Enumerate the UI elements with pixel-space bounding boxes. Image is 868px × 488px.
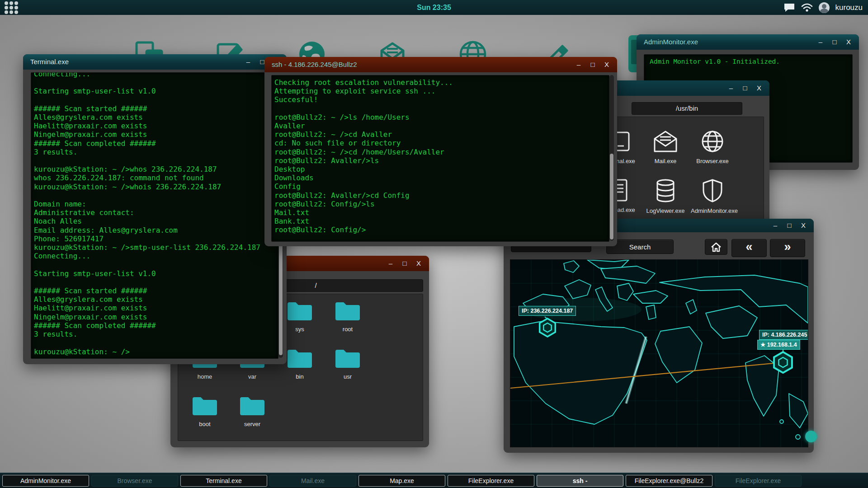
folder-label: bin — [278, 373, 321, 380]
window-title: Terminal.exe — [30, 58, 69, 66]
terminal-text: Connecting... Starting smtp-user-list v1… — [33, 72, 276, 359]
close-button[interactable]: X — [800, 221, 807, 230]
minimize-button[interactable]: – — [245, 58, 251, 66]
folder-usr[interactable]: usr — [326, 348, 369, 380]
star-icon: ★ — [760, 342, 765, 348]
avatar[interactable] — [819, 2, 830, 13]
map-back-button[interactable]: « — [731, 239, 767, 257]
world-map[interactable]: IP: 236.226.224.187 IP: 4.186.226.245 ★ … — [510, 259, 808, 447]
admin-monitor-titlebar[interactable]: AdminMonitor.exe – □ X — [637, 34, 859, 50]
folder-label: usr — [326, 373, 369, 380]
ssh-text: Checking root escalation vulnerability..… — [274, 78, 604, 239]
folder-root[interactable]: root — [326, 300, 369, 333]
maximize-button[interactable]: □ — [590, 61, 596, 69]
folder-label: var — [231, 373, 274, 380]
desktop: AdminMonitor.exe – □ X Admin Monitor v1.… — [0, 0, 868, 488]
file-label: Browser.exe — [691, 158, 734, 164]
wifi-icon[interactable] — [801, 3, 813, 12]
lan-ip-text: 192.168.1.4 — [767, 342, 797, 348]
minimize-button[interactable]: – — [772, 221, 778, 230]
maximize-button[interactable]: □ — [401, 259, 408, 267]
top-menu-bar: Sun 23:35 kurouzu — [0, 0, 868, 15]
task-fileexplorer-2[interactable]: FileExplorer.exe — [715, 475, 802, 487]
maximize-button[interactable]: □ — [742, 84, 748, 92]
file-icon-browser[interactable]: Browser.exe — [691, 130, 734, 164]
minimize-button[interactable]: – — [728, 84, 734, 92]
file-label: AdminMonitor.exe — [691, 207, 734, 214]
node-hexagon-right — [774, 352, 792, 373]
file-icon-adminmonitor[interactable]: AdminMonitor.exe — [691, 178, 734, 214]
folder-label: server — [231, 421, 274, 427]
task-mail[interactable]: Mail.exe — [269, 475, 356, 487]
taskbar: AdminMonitor.exe Browser.exe Terminal.ex… — [0, 473, 868, 488]
file-label: Mail.exe — [644, 158, 687, 164]
task-browser[interactable]: Browser.exe — [91, 475, 178, 487]
task-map[interactable]: Map.exe — [359, 475, 445, 487]
close-button[interactable]: X — [415, 259, 422, 267]
map-lan-label[interactable]: ★ 192.168.1.4 — [757, 340, 800, 350]
close-button[interactable]: X — [756, 84, 762, 92]
username: kurouzu — [835, 3, 863, 12]
task-fileexplorer-bullz2[interactable]: FileExplorer.exe@Bullz2 — [626, 475, 712, 487]
close-button[interactable]: X — [604, 61, 610, 69]
map-status-dot[interactable] — [805, 431, 817, 442]
window-ssh: ssh - 4.186.226.245@Bullz2 – □ X Checkin… — [264, 57, 617, 246]
ssh-titlebar[interactable]: ssh - 4.186.226.245@Bullz2 – □ X — [264, 57, 617, 72]
terminal-titlebar[interactable]: Terminal.exe – □ X — [23, 54, 287, 70]
task-fileexplorer[interactable]: FileExplorer.exe — [448, 475, 534, 487]
minimize-button[interactable]: – — [576, 61, 582, 69]
window-title: AdminMonitor.exe — [644, 38, 698, 46]
map-forward-button[interactable]: » — [770, 239, 805, 257]
folder-server[interactable]: server — [231, 395, 274, 427]
map-ip-label-right[interactable]: IP: 4.186.226.245 — [759, 330, 808, 340]
clock: Sun 23:35 — [0, 4, 868, 12]
path-bar[interactable]: /usr/bin — [632, 102, 742, 115]
ssh-scrollbar[interactable] — [609, 75, 614, 241]
folder-label: root — [326, 326, 369, 333]
window-terminal: Terminal.exe – □ X Connecting... Startin… — [23, 54, 287, 364]
map-home-button[interactable] — [705, 239, 727, 255]
minimize-button[interactable]: – — [387, 259, 394, 267]
task-adminmonitor[interactable]: AdminMonitor.exe — [2, 475, 89, 487]
chat-icon[interactable] — [783, 3, 795, 13]
map-ip-label-left[interactable]: IP: 236.226.224.187 — [519, 306, 576, 316]
folder-label: boot — [183, 421, 226, 427]
window-map: Map.exe – □ X Search « » — [504, 219, 814, 453]
task-ssh[interactable]: ssh - — [537, 475, 623, 487]
file-icon-logviewer[interactable]: LogViewer.exe — [644, 178, 687, 214]
terminal-screen[interactable]: Connecting... Starting smtp-user-list v1… — [31, 72, 278, 359]
minimize-button[interactable]: – — [817, 38, 824, 46]
close-button[interactable]: X — [845, 38, 852, 46]
map-canvas — [510, 260, 808, 447]
file-label: LogViewer.exe — [644, 207, 687, 214]
maximize-button[interactable]: □ — [786, 221, 793, 230]
file-icon-mail[interactable]: Mail.exe — [644, 130, 687, 164]
home-icon — [711, 242, 722, 252]
folder-label: home — [183, 373, 226, 380]
window-title: ssh - 4.186.226.245@Bullz2 — [272, 61, 357, 68]
ssh-screen[interactable]: Checking root escalation vulnerability..… — [271, 75, 609, 242]
task-terminal[interactable]: Terminal.exe — [180, 475, 267, 487]
node-hexagon-left — [540, 319, 556, 337]
folder-boot[interactable]: boot — [183, 395, 226, 427]
maximize-button[interactable]: □ — [831, 38, 838, 46]
